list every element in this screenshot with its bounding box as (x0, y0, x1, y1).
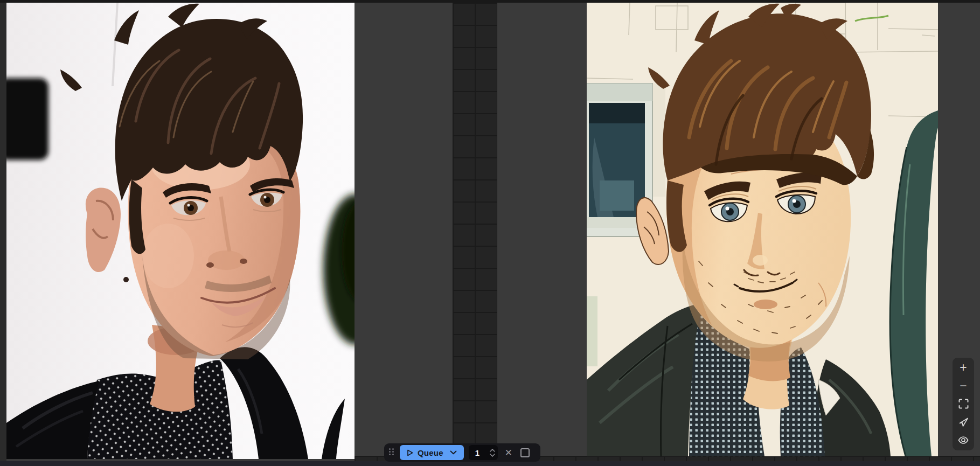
left-edge-bar (0, 3, 6, 461)
eye-icon (958, 436, 969, 444)
canvas-stage: Queue 1 ✕ + − (0, 0, 980, 466)
stepper-up-icon[interactable] (490, 449, 495, 452)
source-photo-image[interactable] (6, 3, 355, 459)
visibility-button[interactable] (953, 432, 974, 448)
stop-square-icon (520, 448, 530, 457)
view-toolbar: + − (953, 358, 974, 450)
queue-button[interactable]: Queue (400, 445, 464, 460)
zoom-in-button[interactable]: + (953, 360, 974, 376)
fit-view-button[interactable] (953, 396, 974, 412)
plus-icon: + (960, 361, 967, 374)
generated-anime-image[interactable] (587, 3, 938, 456)
pointer-button[interactable] (953, 414, 974, 430)
batch-count-field[interactable]: 1 (469, 445, 498, 460)
queue-button-label: Queue (418, 448, 443, 457)
queue-toolbar: Queue 1 ✕ (384, 443, 540, 462)
stop-button[interactable] (520, 448, 530, 457)
cancel-run-button[interactable]: ✕ (505, 447, 512, 458)
zoom-out-button[interactable]: − (953, 378, 974, 394)
play-icon (407, 449, 413, 456)
stepper-down-icon[interactable] (490, 454, 495, 457)
corner-brackets-icon (958, 399, 969, 409)
arrow-cursor-icon (958, 417, 969, 427)
minus-icon: − (960, 380, 967, 392)
bottom-edge-bar (0, 461, 980, 466)
x-mark-icon: ✕ (505, 447, 512, 458)
drag-handle-icon[interactable] (389, 448, 395, 457)
canvas-grid-strip (453, 3, 497, 461)
batch-count-value: 1 (475, 448, 479, 457)
chevron-down-icon (450, 450, 457, 455)
